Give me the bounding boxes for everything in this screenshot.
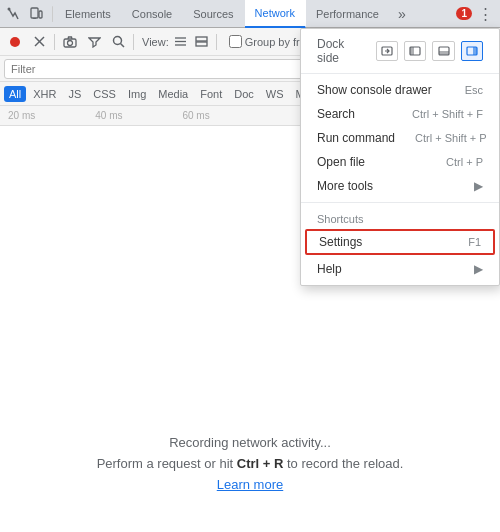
menu-item-help[interactable]: Help ▶ (301, 257, 499, 281)
group-by-label: Group by fr... (245, 36, 309, 48)
menu-item-search[interactable]: Search Ctrl + Shift + F (301, 102, 499, 126)
view-toggle (171, 32, 212, 52)
more-tools-label: More tools (317, 179, 373, 193)
help-arrow: ▶ (474, 262, 483, 276)
svg-rect-14 (196, 37, 207, 41)
type-btn-font[interactable]: Font (195, 86, 227, 102)
dock-side-row: Dock side (301, 33, 499, 69)
dock-undock-button[interactable] (376, 41, 398, 61)
dock-side-section: Dock side (301, 29, 499, 74)
tab-elements[interactable]: Elements (55, 0, 122, 28)
type-btn-doc[interactable]: Doc (229, 86, 259, 102)
svg-line-10 (120, 44, 124, 48)
type-btn-media[interactable]: Media (153, 86, 193, 102)
svg-point-0 (8, 7, 11, 10)
type-btn-img[interactable]: Img (123, 86, 151, 102)
svg-rect-15 (196, 42, 207, 46)
perform-text-2: to record the reload. (283, 456, 403, 471)
menu-item-open-file[interactable]: Open file Ctrl + P (301, 150, 499, 174)
group-by-input[interactable] (229, 35, 242, 48)
dropdown-menu: Dock side (300, 28, 500, 286)
more-tools-arrow: ▶ (474, 179, 483, 193)
shortcuts-label: Shortcuts (301, 207, 499, 227)
type-btn-js[interactable]: JS (63, 86, 86, 102)
ctrl-r-text: Ctrl + R (237, 456, 284, 471)
open-file-shortcut: Ctrl + P (446, 156, 483, 168)
dock-right-button[interactable] (461, 41, 483, 61)
toolbar-divider-1 (54, 34, 55, 50)
svg-rect-22 (473, 47, 477, 55)
run-command-label: Run command (317, 131, 395, 145)
dock-bottom-button[interactable] (432, 41, 454, 61)
learn-more-link[interactable]: Learn more (217, 477, 283, 492)
tab-divider (52, 6, 53, 22)
tab-network[interactable]: Network (245, 0, 306, 28)
type-btn-css[interactable]: CSS (88, 86, 121, 102)
menu-items-section: Show console drawer Esc Search Ctrl + Sh… (301, 74, 499, 203)
tab-sources[interactable]: Sources (183, 0, 244, 28)
search-label: Search (317, 107, 355, 121)
type-btn-ws[interactable]: WS (261, 86, 289, 102)
search-button[interactable] (107, 31, 129, 53)
menu-item-run-command[interactable]: Run command Ctrl + Shift + P (301, 126, 499, 150)
list-view-button[interactable] (171, 32, 191, 52)
run-command-shortcut: Ctrl + Shift + P (415, 132, 487, 144)
error-count-badge: 1 (456, 7, 472, 20)
svg-rect-18 (410, 47, 414, 55)
devtools-icons (4, 4, 46, 24)
svg-point-4 (10, 37, 20, 47)
menu-item-more-tools[interactable]: More tools ▶ (301, 174, 499, 198)
perform-text: Perform a request or hit Ctrl + R to rec… (97, 456, 404, 471)
type-btn-xhr[interactable]: XHR (28, 86, 61, 102)
tab-performance[interactable]: Performance (306, 0, 390, 28)
menu-item-show-console-drawer[interactable]: Show console drawer Esc (301, 78, 499, 102)
large-view-button[interactable] (192, 32, 212, 52)
recording-text: Recording network activity... (169, 435, 331, 450)
open-file-label: Open file (317, 155, 365, 169)
group-by-checkbox[interactable]: Group by fr... (229, 35, 309, 48)
dot-menu-button[interactable]: ⋮ (474, 3, 496, 25)
tab-bar: Elements Console Sources Network Perform… (0, 0, 500, 28)
timeline-mark-20ms: 20 ms (8, 110, 35, 121)
help-label: Help (317, 262, 342, 276)
timeline-mark-40ms: 40 ms (95, 110, 122, 121)
toolbar-divider-2 (133, 34, 134, 50)
more-tabs-button[interactable]: » (390, 2, 414, 26)
svg-rect-2 (33, 18, 36, 19)
settings-label: Settings (319, 235, 362, 249)
dock-side-label: Dock side (317, 37, 366, 65)
device-toggle-icon[interactable] (26, 4, 46, 24)
dock-left-button[interactable] (404, 41, 426, 61)
toolbar-divider-3 (216, 34, 217, 50)
view-label: View: (142, 36, 169, 48)
timeline-mark-60ms: 60 ms (182, 110, 209, 121)
inspect-icon[interactable] (4, 4, 24, 24)
filter-button[interactable] (83, 31, 105, 53)
perform-text-1: Perform a request or hit (97, 456, 237, 471)
clear-button[interactable] (28, 31, 50, 53)
show-console-drawer-label: Show console drawer (317, 83, 432, 97)
svg-rect-3 (39, 11, 42, 18)
tab-bar-right: 1 ⋮ (456, 3, 496, 25)
shortcuts-section: Shortcuts Settings F1 Help ▶ (301, 203, 499, 285)
show-console-drawer-shortcut: Esc (465, 84, 483, 96)
settings-shortcut: F1 (468, 236, 481, 248)
record-button[interactable] (4, 31, 26, 53)
menu-item-settings[interactable]: Settings F1 (305, 229, 495, 255)
svg-rect-20 (439, 51, 449, 55)
search-shortcut: Ctrl + Shift + F (412, 108, 483, 120)
camera-button[interactable] (59, 31, 81, 53)
tab-console[interactable]: Console (122, 0, 183, 28)
type-btn-all[interactable]: All (4, 86, 26, 102)
svg-point-8 (68, 40, 73, 45)
svg-rect-1 (31, 8, 38, 18)
svg-point-9 (113, 37, 121, 45)
